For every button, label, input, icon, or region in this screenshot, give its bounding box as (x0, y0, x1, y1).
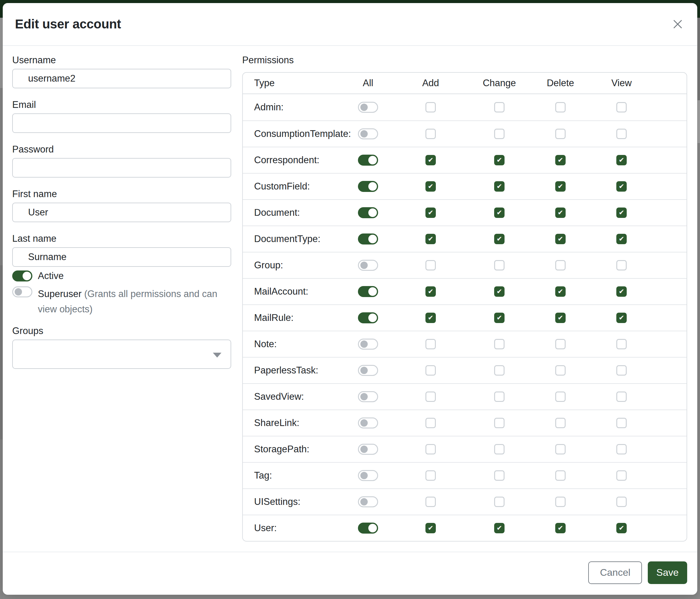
permission-all-toggle[interactable] (358, 234, 378, 244)
groups-label: Groups (12, 326, 231, 336)
permission-add-checkbox[interactable] (425, 234, 436, 244)
permission-view-checkbox[interactable] (616, 391, 627, 402)
permission-change-checkbox[interactable] (494, 391, 504, 402)
permission-all-toggle[interactable] (358, 470, 378, 481)
permission-change-checkbox[interactable] (494, 102, 504, 113)
superuser-toggle[interactable] (12, 286, 32, 297)
permission-all-toggle[interactable] (358, 286, 378, 297)
permission-delete-checkbox[interactable] (555, 208, 566, 218)
permission-change-checkbox[interactable] (494, 444, 504, 454)
username-input[interactable] (12, 69, 231, 88)
permission-delete-checkbox[interactable] (555, 260, 566, 270)
permission-add-checkbox[interactable] (425, 129, 436, 139)
permission-add-checkbox[interactable] (425, 313, 436, 323)
permission-delete-checkbox[interactable] (555, 391, 566, 402)
last-name-input[interactable] (12, 247, 231, 267)
close-button[interactable] (670, 17, 685, 31)
permission-change-checkbox[interactable] (494, 497, 504, 507)
permission-all-toggle[interactable] (358, 417, 378, 429)
permission-view-checkbox[interactable] (616, 523, 627, 533)
groups-select[interactable] (12, 339, 231, 369)
permission-delete-checkbox[interactable] (555, 418, 566, 428)
permission-delete-checkbox[interactable] (555, 102, 566, 113)
permission-all-toggle[interactable] (358, 260, 378, 271)
permission-delete-checkbox[interactable] (555, 523, 566, 533)
permission-change-checkbox[interactable] (494, 313, 504, 323)
permission-view-checkbox[interactable] (616, 208, 627, 218)
toggle-knob (368, 314, 377, 322)
permission-change-checkbox[interactable] (494, 418, 504, 428)
permission-add-checkbox[interactable] (425, 286, 436, 297)
permission-view-checkbox[interactable] (616, 365, 627, 376)
permission-delete-checkbox[interactable] (555, 444, 566, 454)
permission-view-checkbox[interactable] (616, 444, 627, 454)
permission-change-checkbox[interactable] (494, 155, 504, 165)
permission-view-checkbox[interactable] (616, 155, 627, 165)
permission-change-checkbox[interactable] (494, 523, 504, 533)
permission-view-checkbox[interactable] (616, 129, 627, 139)
permission-add-checkbox[interactable] (425, 260, 436, 270)
permission-delete-checkbox[interactable] (555, 286, 566, 297)
permission-all-toggle[interactable] (358, 523, 378, 534)
email-input[interactable] (12, 113, 231, 133)
permission-change-checkbox[interactable] (494, 208, 504, 218)
permission-add-checkbox[interactable] (425, 102, 436, 113)
permission-all-toggle[interactable] (358, 312, 378, 324)
permission-delete-checkbox[interactable] (555, 129, 566, 139)
permission-delete-checkbox[interactable] (555, 181, 566, 192)
permission-all-toggle[interactable] (358, 444, 378, 455)
permission-delete-checkbox[interactable] (555, 313, 566, 323)
permission-view-checkbox[interactable] (616, 102, 627, 113)
permission-add-checkbox[interactable] (425, 497, 436, 507)
cancel-button[interactable]: Cancel (588, 561, 642, 584)
active-toggle[interactable] (12, 270, 32, 282)
permission-add-checkbox[interactable] (425, 365, 436, 376)
permission-add-checkbox[interactable] (425, 181, 436, 192)
permission-all-toggle[interactable] (358, 154, 378, 166)
permission-view-checkbox[interactable] (616, 260, 627, 270)
permission-change-checkbox[interactable] (494, 260, 504, 270)
permission-add-checkbox[interactable] (425, 418, 436, 428)
permission-type-label: Document: (254, 207, 300, 218)
permission-all-toggle[interactable] (358, 391, 378, 402)
permission-view-checkbox[interactable] (616, 181, 627, 192)
permission-delete-checkbox[interactable] (555, 155, 566, 165)
permission-view-checkbox[interactable] (616, 470, 627, 481)
permission-add-checkbox[interactable] (425, 470, 436, 481)
permission-add-checkbox[interactable] (425, 339, 436, 349)
permission-change-checkbox[interactable] (494, 181, 504, 192)
permission-change-checkbox[interactable] (494, 129, 504, 139)
permission-delete-checkbox[interactable] (555, 497, 566, 507)
permission-change-checkbox[interactable] (494, 286, 504, 297)
permission-all-toggle[interactable] (358, 207, 378, 218)
permission-view-checkbox[interactable] (616, 497, 627, 507)
permission-delete-checkbox[interactable] (555, 365, 566, 376)
permission-add-checkbox[interactable] (425, 523, 436, 533)
first-name-input[interactable] (12, 202, 231, 222)
permission-change-checkbox[interactable] (494, 234, 504, 244)
permission-add-checkbox[interactable] (425, 208, 436, 218)
permission-view-checkbox[interactable] (616, 339, 627, 349)
password-input[interactable] (12, 158, 231, 177)
permission-change-checkbox[interactable] (494, 339, 504, 349)
permission-view-checkbox[interactable] (616, 286, 627, 297)
permission-change-checkbox[interactable] (494, 365, 504, 376)
permission-delete-checkbox[interactable] (555, 470, 566, 481)
permission-view-checkbox[interactable] (616, 418, 627, 428)
permission-all-toggle[interactable] (358, 496, 378, 507)
permission-add-checkbox[interactable] (425, 155, 436, 165)
permission-delete-checkbox[interactable] (555, 234, 566, 244)
permission-all-toggle[interactable] (358, 128, 378, 139)
permission-all-toggle[interactable] (358, 181, 378, 192)
permission-all-toggle[interactable] (358, 365, 378, 376)
permission-all-toggle[interactable] (358, 102, 378, 113)
permission-type-label: ShareLink: (254, 417, 299, 429)
permission-view-checkbox[interactable] (616, 234, 627, 244)
permission-add-checkbox[interactable] (425, 444, 436, 454)
permission-add-checkbox[interactable] (425, 391, 436, 402)
permission-view-checkbox[interactable] (616, 313, 627, 323)
permission-change-checkbox[interactable] (494, 470, 504, 481)
permission-all-toggle[interactable] (358, 339, 378, 350)
save-button[interactable]: Save (648, 561, 687, 584)
permission-delete-checkbox[interactable] (555, 339, 566, 349)
